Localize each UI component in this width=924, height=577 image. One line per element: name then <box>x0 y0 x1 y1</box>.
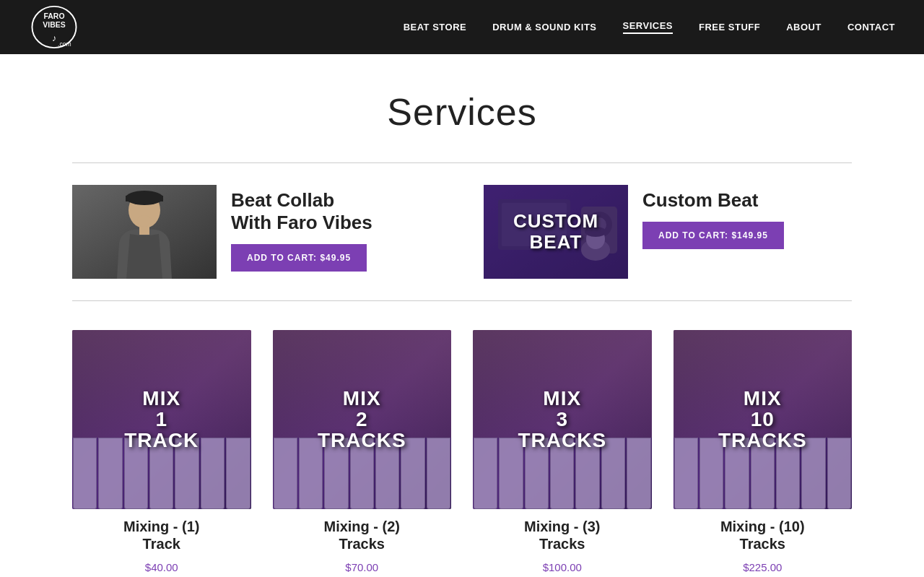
mixing-card-2: MIX 2 TRACKS Mixing - (2) Tracks $70.00 <box>273 330 452 573</box>
custom-beat-info: Custom Beat ADD TO CART: $149.95 <box>642 185 784 249</box>
mix-2-thumbnail[interactable]: MIX 2 TRACKS <box>273 330 452 509</box>
mixing-card-1: MIX 1 TRACK Mixing - (1) Track $40.00 <box>72 330 251 573</box>
main-nav: BEAT STORE DRUM & SOUND KITS SERVICES FR… <box>404 20 895 34</box>
mix-10-overlay: MIX 10 TRACKS <box>674 330 853 509</box>
nav-services[interactable]: SERVICES <box>623 20 674 34</box>
divider-top <box>72 162 852 163</box>
mix-2-overlay: MIX 2 TRACKS <box>273 330 452 509</box>
mix-1-overlay: MIX 1 TRACK <box>72 330 251 509</box>
mix-2-label: MIX 2 TRACKS <box>318 388 406 451</box>
svg-text:.com: .com <box>58 40 71 48</box>
mix-3-thumbnail[interactable]: MIX 3 TRACKS <box>473 330 652 509</box>
mix-1-price: $40.00 <box>145 561 178 573</box>
logo-area[interactable]: FARO VIBES ♪ .com <box>29 4 79 51</box>
top-services-section: Beat Collab With Faro Vibes ADD TO CART:… <box>72 185 852 279</box>
main-content: Services <box>51 54 873 577</box>
mix-3-price: $100.00 <box>543 561 582 573</box>
beat-collab-title: Beat Collab With Faro Vibes <box>231 189 372 234</box>
svg-point-11 <box>137 215 152 227</box>
beat-collab-image <box>72 185 217 279</box>
svg-rect-9 <box>126 196 163 201</box>
svg-text:VIBES: VIBES <box>43 21 65 29</box>
mix-10-price: $225.00 <box>743 561 782 573</box>
svg-text:FARO: FARO <box>43 12 64 20</box>
nav-contact[interactable]: CONTACT <box>847 22 895 32</box>
site-header: FARO VIBES ♪ .com BEAT STORE DRUM & SOUN… <box>0 0 924 54</box>
mix-2-title: Mixing - (2) Tracks <box>323 518 400 552</box>
beat-collab-add-to-cart[interactable]: ADD TO CART: $49.95 <box>231 244 367 272</box>
mix-10-thumbnail[interactable]: MIX 10 TRACKS <box>674 330 853 509</box>
nav-free-stuff[interactable]: FREE STUFF <box>699 22 760 32</box>
logo[interactable]: FARO VIBES ♪ .com <box>29 4 79 51</box>
custom-beat-overlay: CUSTOM BEAT <box>484 185 628 279</box>
custom-beat-add-to-cart[interactable]: ADD TO CART: $149.95 <box>642 222 784 249</box>
svg-text:♪: ♪ <box>52 32 56 43</box>
service-beat-collab: Beat Collab With Faro Vibes ADD TO CART:… <box>72 185 440 279</box>
mixing-services-grid: MIX 1 TRACK Mixing - (1) Track $40.00 <box>72 330 852 573</box>
custom-beat-studio-photo: CUSTOM BEAT <box>484 185 628 279</box>
mix-10-title: Mixing - (10) Tracks <box>720 518 805 552</box>
custom-beat-title: Custom Beat <box>642 189 784 212</box>
mix-1-label: MIX 1 TRACK <box>124 388 199 451</box>
mix-3-label: MIX 3 TRACKS <box>518 388 606 451</box>
page-title: Services <box>72 90 852 134</box>
nav-beat-store[interactable]: BEAT STORE <box>404 22 467 32</box>
mix-3-title: Mixing - (3) Tracks <box>524 518 601 552</box>
mix-10-label: MIX 10 TRACKS <box>718 388 807 451</box>
mix-3-overlay: MIX 3 TRACKS <box>473 330 652 509</box>
beat-collab-info: Beat Collab With Faro Vibes ADD TO CART:… <box>231 185 372 272</box>
nav-drum-kits[interactable]: DRUM & SOUND KITS <box>492 22 596 32</box>
custom-beat-image: CUSTOM BEAT <box>484 185 628 279</box>
mixing-card-10: MIX 10 TRACKS Mixing - (10) Tracks $225.… <box>674 330 853 573</box>
nav-about[interactable]: ABOUT <box>786 22 821 32</box>
custom-beat-overlay-text: CUSTOM BEAT <box>513 211 598 252</box>
service-custom-beat: CUSTOM BEAT Custom Beat ADD TO CART: $14… <box>484 185 852 279</box>
mix-1-title: Mixing - (1) Track <box>123 518 200 552</box>
svg-rect-10 <box>139 226 149 235</box>
beat-collab-photo <box>72 185 217 279</box>
divider-bottom <box>72 300 852 301</box>
mixing-card-3: MIX 3 TRACKS Mixing - (3) Tracks $100.00 <box>473 330 652 573</box>
mix-1-thumbnail[interactable]: MIX 1 TRACK <box>72 330 251 509</box>
mix-2-price: $70.00 <box>345 561 378 573</box>
